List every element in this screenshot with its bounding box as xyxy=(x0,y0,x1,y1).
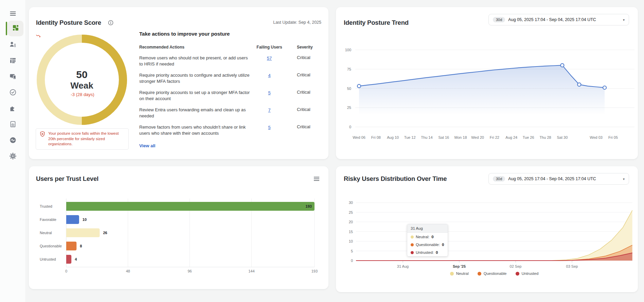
tooltip-value: 0 xyxy=(431,235,433,239)
action-text: Require priority accounts to set up a st… xyxy=(139,90,251,102)
action-text: Review Entra users forwarding emails and… xyxy=(139,107,251,119)
svg-text:25: 25 xyxy=(347,106,351,110)
posture-score-donut: 50 Weak -3 (28 days) xyxy=(36,34,128,126)
sidebar-item-devices[interactable] xyxy=(0,69,26,84)
svg-text:193: 193 xyxy=(311,269,318,273)
svg-text:96: 96 xyxy=(187,269,192,273)
svg-text:Fri 08: Fri 08 xyxy=(371,135,381,139)
severity-label: Critical xyxy=(287,55,323,60)
svg-text:10: 10 xyxy=(349,239,353,243)
svg-text:8: 8 xyxy=(80,244,82,248)
action-row: Remove users who should not be present, … xyxy=(139,55,323,67)
col-header-failing-users: Failing Users xyxy=(255,45,284,50)
svg-text:0: 0 xyxy=(351,259,353,263)
sidebar-item-applications[interactable] xyxy=(0,53,26,68)
svg-text:31 Aug: 31 Aug xyxy=(397,264,409,268)
svg-text:Questionable: Questionable xyxy=(40,244,62,248)
trust-level-card: Users per Trust Level 04896144193Trusted… xyxy=(29,166,328,289)
actions-heading: Take actions to improve your posture xyxy=(139,31,323,37)
svg-text:20: 20 xyxy=(349,220,353,224)
report-icon xyxy=(9,120,17,128)
hamburger-icon xyxy=(9,10,17,17)
svg-text:Wed 03: Wed 03 xyxy=(590,135,603,139)
trust-level-chart: 04896144193Trusted193Favorable10Neutral2… xyxy=(29,166,328,289)
svg-text:144: 144 xyxy=(248,269,254,273)
svg-text:Tue 12: Tue 12 xyxy=(404,135,416,139)
svg-text:Fri 05: Fri 05 xyxy=(608,135,618,139)
posture-trend-chart: 0255075100Wed 06Fri 08Aug 10Tue 12Thu 14… xyxy=(336,7,638,159)
neutral-dot xyxy=(450,272,454,276)
percentile-warning: Your posture score falls within the lowe… xyxy=(36,128,129,150)
svg-text:193: 193 xyxy=(306,204,312,208)
tooltip-label: Untrusted: xyxy=(416,250,434,254)
svg-text:0: 0 xyxy=(65,269,67,273)
menu-button[interactable] xyxy=(0,6,26,21)
tooltip-row: Neutral: 0 xyxy=(407,233,448,241)
neutral-dot xyxy=(411,235,414,239)
failing-users-link[interactable]: 57 xyxy=(267,56,272,61)
svg-text:0: 0 xyxy=(349,125,351,129)
failing-users-link[interactable]: 7 xyxy=(268,108,270,113)
svg-text:Wed 06: Wed 06 xyxy=(353,135,365,139)
svg-text:Tue 26: Tue 26 xyxy=(523,135,534,139)
legend-item: Neutral xyxy=(450,271,469,276)
questionable-dot xyxy=(478,272,481,276)
action-row: Remove factors from users who shouldn't … xyxy=(139,124,323,136)
sidebar-item-dashboard[interactable] xyxy=(8,21,23,36)
percentile-warning-text: Your posture score falls within the lowe… xyxy=(48,131,125,147)
view-all-link[interactable]: View all xyxy=(139,143,155,148)
svg-text:75: 75 xyxy=(347,67,351,71)
svg-text:Sat 30: Sat 30 xyxy=(557,135,568,139)
tooltip-row: Untrusted: 0 xyxy=(407,248,448,256)
sidebar-item-reports[interactable] xyxy=(0,117,26,132)
col-header-actions: Recommended Actions xyxy=(139,45,251,50)
svg-text:48: 48 xyxy=(126,269,130,273)
risky-users-card: Risky Users Distribution Over Time 30d A… xyxy=(336,166,638,292)
severity-label: Critical xyxy=(287,124,323,129)
svg-text:Sat 16: Sat 16 xyxy=(438,135,449,139)
action-text: Remove factors from users who shouldn't … xyxy=(139,124,251,136)
svg-text:10: 10 xyxy=(83,218,87,222)
svg-text:Fri 22: Fri 22 xyxy=(490,135,499,139)
questionable-dot xyxy=(411,243,414,246)
svg-text:Aug 10: Aug 10 xyxy=(387,135,399,139)
score-rating: Weak xyxy=(70,80,93,91)
svg-text:100: 100 xyxy=(345,48,351,52)
activity-pulse-icon xyxy=(9,136,17,144)
tooltip-label: Questionable: xyxy=(416,243,440,247)
posture-score-card: Identity Posture Score Last Update: Sep … xyxy=(29,7,328,159)
check-circle-icon xyxy=(9,89,17,96)
posture-trend-card: Identity Posture Trend 30d Aug 05, 2025 … xyxy=(336,7,638,159)
failing-users-link[interactable]: 5 xyxy=(268,90,270,95)
identity-dashboard: Identity Posture Score Last Update: Sep … xyxy=(0,0,644,302)
severity-label: Critical xyxy=(287,72,323,77)
legend-label: Questionable xyxy=(484,271,507,276)
col-header-severity: Severity xyxy=(287,45,323,50)
svg-text:26: 26 xyxy=(103,231,107,235)
users-icon xyxy=(9,41,17,48)
sidebar-item-users[interactable] xyxy=(0,37,26,52)
svg-text:50: 50 xyxy=(347,87,351,91)
actions-table-header: Recommended Actions Failing Users Severi… xyxy=(139,45,323,50)
svg-text:02 Sep: 02 Sep xyxy=(510,264,522,268)
info-icon[interactable] xyxy=(108,20,113,27)
sidebar-item-integrations[interactable] xyxy=(0,101,26,116)
svg-text:Neutral: Neutral xyxy=(40,231,52,235)
failing-users-link[interactable]: 4 xyxy=(268,73,270,78)
action-row: Require priority accounts to set up a st… xyxy=(139,90,323,102)
svg-text:Favorable: Favorable xyxy=(40,218,56,222)
chart-legend: Neutral Questionable Untrusted xyxy=(356,271,632,276)
svg-text:25: 25 xyxy=(349,210,353,214)
sidebar-item-settings[interactable] xyxy=(0,149,26,164)
severity-label: Critical xyxy=(287,107,323,112)
svg-text:Sep '25: Sep '25 xyxy=(453,264,466,268)
legend-label: Untrusted xyxy=(522,271,539,276)
donut-center: 50 Weak -3 (28 days) xyxy=(36,34,128,126)
sidebar-item-checks[interactable] xyxy=(0,85,26,100)
app-window-icon xyxy=(9,57,17,64)
failing-users-link[interactable]: 5 xyxy=(268,125,270,130)
score-delta: -3 (28 days) xyxy=(69,92,94,98)
action-text: Require priority accounts to configure a… xyxy=(139,72,251,84)
untrusted-dot xyxy=(411,251,414,254)
sidebar-item-activity[interactable] xyxy=(0,133,26,148)
